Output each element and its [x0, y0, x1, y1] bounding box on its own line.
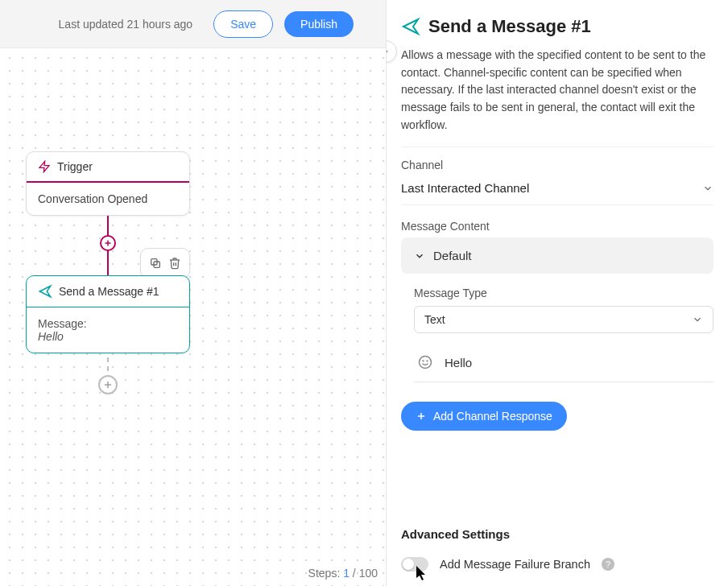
add-channel-response-button[interactable]: Add Channel Response: [401, 402, 567, 431]
add-channel-label: Add Channel Response: [433, 410, 552, 423]
side-panel: Send a Message #1 Allows a message with …: [386, 0, 728, 586]
advanced-settings-title: Advanced Settings: [401, 527, 714, 541]
send-node-header: Send a Message #1: [27, 276, 189, 307]
add-step-end-button[interactable]: [98, 375, 118, 394]
trigger-body: Conversation Opened: [27, 183, 189, 215]
trigger-node[interactable]: Trigger Conversation Opened: [26, 151, 190, 216]
plus-icon: [416, 411, 427, 422]
svg-point-9: [427, 361, 428, 361]
accordion-label: Default: [433, 249, 472, 262]
panel-description: Allows a message with the specified cont…: [401, 47, 714, 134]
chevron-down-icon: [692, 314, 703, 325]
chevron-down-icon: [702, 183, 714, 194]
delete-button[interactable]: [165, 254, 184, 273]
channel-label: Channel: [401, 159, 714, 171]
svg-marker-0: [39, 161, 49, 171]
add-step-button[interactable]: [100, 235, 116, 251]
message-type-label: Message Type: [414, 287, 714, 299]
collapse-panel-button[interactable]: [386, 40, 397, 63]
trigger-node-header: Trigger: [27, 152, 189, 183]
steps-counter: Steps: 1 / 100: [308, 567, 378, 580]
node-message-label: Message:: [38, 317, 178, 330]
top-bar: Last updated 21 hours ago Save Publish: [0, 0, 386, 48]
send-icon: [401, 17, 420, 36]
message-text-value: Hello: [445, 356, 472, 369]
node-toolbar: [140, 248, 190, 279]
message-content-label: Message Content: [401, 220, 714, 233]
svg-point-7: [420, 357, 432, 369]
svg-point-8: [423, 361, 424, 361]
channel-select[interactable]: Last Interacted Channel: [401, 176, 714, 205]
failure-branch-label: Add Message Failure Branch: [440, 558, 590, 571]
emoji-icon[interactable]: [417, 354, 433, 370]
message-type-select[interactable]: Text: [414, 306, 714, 333]
save-button[interactable]: Save: [213, 10, 273, 38]
message-type-value: Text: [424, 313, 445, 326]
publish-button[interactable]: Publish: [284, 11, 354, 37]
message-input[interactable]: Hello: [414, 346, 714, 382]
bolt-icon: [38, 160, 51, 173]
panel-title-row: Send a Message #1: [401, 16, 714, 37]
trigger-title: Trigger: [57, 160, 93, 173]
failure-branch-toggle[interactable]: [401, 557, 428, 572]
send-node-body: Message: Hello: [27, 307, 189, 353]
send-node-title: Send a Message #1: [59, 285, 159, 298]
panel-title: Send a Message #1: [428, 16, 591, 37]
workflow-canvas[interactable]: Trigger Conversation Opened Send a Messa…: [0, 48, 386, 586]
send-icon: [38, 284, 52, 299]
send-message-node[interactable]: Send a Message #1 Message: Hello: [26, 275, 190, 353]
chevron-down-icon: [414, 250, 425, 262]
failure-branch-row: Add Message Failure Branch ?: [401, 557, 714, 572]
node-message-value: Hello: [38, 330, 178, 343]
default-accordion[interactable]: Default: [401, 237, 714, 274]
last-updated-text: Last updated 21 hours ago: [59, 18, 193, 31]
duplicate-button[interactable]: [146, 254, 165, 273]
divider: [401, 146, 714, 147]
help-icon[interactable]: ?: [602, 558, 614, 571]
channel-value: Last Interacted Channel: [401, 181, 529, 195]
